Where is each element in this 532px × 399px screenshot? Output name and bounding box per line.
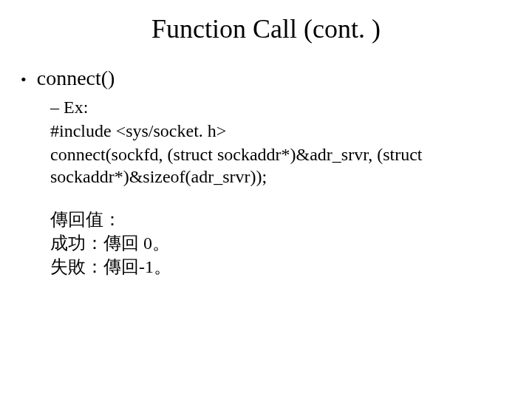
call-line: connect(sockfd, (struct sockaddr*)&adr_s… [50, 143, 510, 188]
slide-title: Function Call (cont. ) [0, 13, 532, 44]
dash-marker: – [50, 96, 59, 118]
example-row: – Ex: [50, 96, 510, 118]
sub-content: – Ex: #include <sys/socket. h> connect(s… [50, 96, 510, 278]
include-line: #include <sys/socket. h> [50, 120, 510, 142]
bullet-marker: • [21, 69, 27, 90]
return-fail: 失敗：傳回-1。 [50, 256, 510, 278]
return-success: 成功：傳回 0。 [50, 232, 510, 254]
return-header: 傳回值： [50, 208, 510, 231]
bullet-text: connect() [37, 66, 115, 90]
example-label: Ex: [64, 96, 88, 118]
bullet-item: • connect() [21, 66, 532, 90]
